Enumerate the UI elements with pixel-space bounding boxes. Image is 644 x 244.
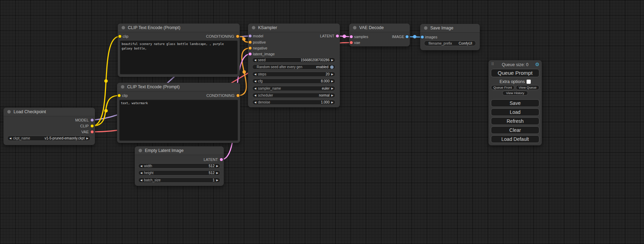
widget-label: scheduler	[258, 93, 273, 98]
node-titlebar[interactable]: CLIP Text Encode (Prompt)	[117, 83, 240, 91]
batch-size-widget[interactable]: ◀ batch_size 1 ▶	[138, 178, 220, 183]
node-titlebar[interactable]: VAE Decode	[349, 24, 410, 32]
queue-front-button[interactable]: Queue Front	[491, 85, 514, 90]
node-title: Load Checkpoint	[14, 109, 46, 114]
prompt-text-input[interactable]: text, watermark	[119, 100, 238, 141]
input-label-model: model	[253, 34, 263, 38]
node-titlebar[interactable]: CLIP Text Encode (Prompt)	[118, 24, 240, 32]
sampler-name-combo[interactable]: ◀ sampler_name euler ▶	[252, 86, 335, 91]
increment-arrow-icon[interactable]: ▶	[214, 171, 220, 175]
steps-widget[interactable]: ◀ steps 20 ▶	[252, 72, 335, 77]
prev-value-arrow-icon[interactable]: ◀	[253, 93, 258, 98]
next-value-arrow-icon[interactable]: ▶	[85, 136, 90, 141]
queue-size-label: Queue size: 0	[488, 62, 542, 67]
node-title: KSampler	[258, 25, 277, 30]
increment-arrow-icon[interactable]: ▶	[329, 58, 335, 62]
prompt-text-input[interactable]: beautiful scenery nature glass bottle la…	[120, 40, 238, 74]
refresh-button[interactable]: Refresh	[491, 117, 539, 125]
increment-arrow-icon[interactable]: ▶	[329, 100, 335, 105]
input-label-samples: samples	[354, 35, 368, 39]
queue-panel: ⠿ Queue size: 0 ⚙ Queue Prompt Extra opt…	[488, 60, 542, 145]
height-widget[interactable]: ◀ height 512 ▶	[138, 170, 220, 175]
decrement-arrow-icon[interactable]: ◀	[253, 58, 258, 62]
node-titlebar[interactable]: Empty Latent Image	[135, 146, 224, 155]
load-button[interactable]: Load	[491, 108, 539, 116]
widget-label: height	[144, 171, 153, 175]
widget-label: width	[144, 164, 152, 168]
scheduler-combo[interactable]: ◀ scheduler normal ▶	[252, 93, 335, 98]
seed-widget[interactable]: ◀ seed 156680208700286 ▶	[252, 57, 335, 63]
cfg-widget[interactable]: ◀ cfg 8.000 ▶	[252, 79, 335, 84]
graph-canvas[interactable]: { "colors":{"model":"#B39DDB","clip":"#F…	[0, 0, 644, 244]
node-title: Save Image	[430, 26, 453, 30]
save-button[interactable]: Save	[491, 99, 539, 107]
input-label-positive: positive	[253, 40, 266, 44]
node-title: VAE Decode	[359, 25, 384, 30]
input-label-images: images	[425, 35, 437, 39]
link-midpoint-dot	[413, 35, 416, 38]
collapse-dot-icon[interactable]	[139, 149, 142, 152]
prev-value-arrow-icon[interactable]: ◀	[253, 86, 258, 91]
node-clip-text-encode-positive: CLIP Text Encode (Prompt) clip CONDITION…	[118, 24, 240, 77]
increment-arrow-icon[interactable]: ▶	[214, 164, 220, 168]
wire-clip-positive	[92, 36, 120, 126]
node-ksampler: KSampler model positive negative latent_…	[248, 24, 340, 107]
widget-label: filename_prefix	[424, 41, 452, 46]
widget-value: ComfyUI	[459, 41, 476, 46]
output-label-latent: LATENT	[320, 34, 334, 38]
input-label-clip: clip	[123, 34, 129, 38]
collapse-dot-icon[interactable]	[121, 85, 124, 89]
decrement-arrow-icon[interactable]: ◀	[253, 100, 258, 105]
widget-value: 1.000	[321, 100, 329, 105]
widget-value: 8.000	[321, 79, 329, 83]
link-midpoint-dot	[104, 79, 108, 83]
filename-prefix-widget[interactable]: filename_prefix ComfyUI	[424, 40, 476, 46]
widget-value: 512	[209, 164, 215, 168]
collapse-dot-icon[interactable]	[122, 26, 125, 29]
collapse-dot-icon[interactable]	[424, 26, 427, 30]
node-title: Empty Latent Image	[145, 148, 184, 153]
decrement-arrow-icon[interactable]: ◀	[139, 171, 144, 175]
widget-value: 156680208700286	[301, 58, 329, 62]
decrement-arrow-icon[interactable]: ◀	[139, 178, 144, 182]
node-titlebar[interactable]: Save Image	[420, 24, 480, 33]
node-clip-text-encode-negative: CLIP Text Encode (Prompt) clip CONDITION…	[117, 83, 240, 143]
node-empty-latent-image: Empty Latent Image LATENT ◀ width 512 ▶ …	[135, 146, 224, 186]
widget-label: cfg	[258, 79, 263, 83]
collapse-dot-icon[interactable]	[252, 26, 255, 29]
next-value-arrow-icon[interactable]: ▶	[329, 86, 335, 91]
denoise-widget[interactable]: ◀ denoise 1.000 ▶	[252, 100, 335, 105]
decrement-arrow-icon[interactable]: ◀	[253, 72, 258, 76]
toggle-dot-icon[interactable]	[330, 65, 334, 69]
collapse-dot-icon[interactable]	[353, 26, 356, 29]
node-titlebar[interactable]: Load Checkpoint	[3, 108, 95, 116]
width-widget[interactable]: ◀ width 512 ▶	[138, 163, 220, 169]
settings-gear-icon[interactable]: ⚙	[535, 62, 539, 67]
increment-arrow-icon[interactable]: ▶	[214, 178, 220, 182]
input-label-negative: negative	[253, 46, 267, 50]
widget-label: steps	[258, 72, 266, 76]
decrement-arrow-icon[interactable]: ◀	[253, 79, 258, 83]
widget-label: ckpt_name	[13, 136, 30, 141]
next-value-arrow-icon[interactable]: ▶	[329, 93, 335, 98]
link-midpoint-dot	[242, 70, 246, 74]
extra-options-checkbox[interactable]	[527, 80, 531, 84]
view-history-button[interactable]: View History	[502, 91, 528, 96]
widget-label: batch_size	[144, 178, 161, 182]
clear-button[interactable]: Clear	[491, 126, 539, 134]
queue-prompt-button[interactable]: Queue Prompt	[491, 69, 539, 77]
node-titlebar[interactable]: KSampler	[248, 24, 340, 32]
node-vae-decode: VAE Decode samples vae IMAGE	[349, 24, 410, 46]
widget-value: euler	[322, 86, 329, 91]
view-queue-button[interactable]: View Queue	[516, 85, 539, 90]
output-label-conditioning: CONDITIONING	[206, 34, 234, 38]
output-label-latent: LATENT	[204, 157, 218, 162]
collapse-dot-icon[interactable]	[7, 110, 11, 114]
increment-arrow-icon[interactable]: ▶	[329, 72, 335, 76]
decrement-arrow-icon[interactable]: ◀	[139, 164, 144, 168]
random-seed-toggle[interactable]: Random seed after every gen enabled	[252, 64, 335, 70]
ckpt-name-combo[interactable]: ◀ ckpt_name v1-5-pruned-emaonly.ckpt ▶	[7, 136, 90, 141]
load-default-button[interactable]: Load Default	[491, 135, 539, 143]
prev-value-arrow-icon[interactable]: ◀	[8, 136, 13, 141]
increment-arrow-icon[interactable]: ▶	[329, 79, 335, 83]
